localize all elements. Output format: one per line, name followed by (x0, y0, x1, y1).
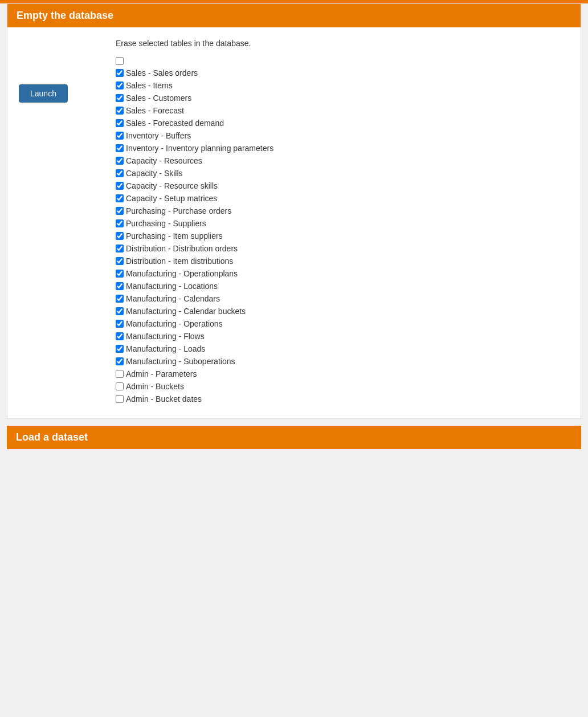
checkbox-item: Inventory - Inventory planning parameter… (116, 144, 569, 153)
checkbox-label-cb_purchasing_suppliers[interactable]: Purchasing - Suppliers (126, 219, 206, 228)
checkbox-cb_sales_forecast[interactable] (116, 107, 124, 115)
checkbox-cb_inventory_buffers[interactable] (116, 132, 124, 140)
checkbox-item: Manufacturing - Flows (116, 332, 569, 341)
checkbox-cb_capacity_resource_skills[interactable] (116, 182, 124, 190)
checkbox-label-cb_manufacturing_operations[interactable]: Manufacturing - Operations (126, 319, 223, 328)
empty-database-header: Empty the database (7, 4, 581, 27)
checkbox-label-cb_capacity_resource_skills[interactable]: Capacity - Resource skills (126, 181, 218, 190)
checkbox-item: Admin - Parameters (116, 369, 569, 378)
checkbox-item: Distribution - Item distributions (116, 256, 569, 266)
empty-database-section: Empty the database Launch Erase selected… (7, 3, 581, 419)
checkbox-label-cb_manufacturing_loads[interactable]: Manufacturing - Loads (126, 344, 205, 353)
checkbox-label-cb_distribution_item_distributions[interactable]: Distribution - Item distributions (126, 256, 233, 266)
checkbox-label-cb_inventory_buffers[interactable]: Inventory - Buffers (126, 131, 191, 140)
checkbox-label-cb_sales_items[interactable]: Sales - Items (126, 81, 173, 90)
checkbox-item: Capacity - Skills (116, 169, 569, 178)
checkbox-item: Distribution - Distribution orders (116, 244, 569, 253)
checkbox-item: Manufacturing - Loads (116, 344, 569, 353)
checkbox-item: Manufacturing - Operationplans (116, 269, 569, 278)
checkbox-cb_sales_items[interactable] (116, 82, 124, 89)
checkbox-cb_manufacturing_suboperations[interactable] (116, 357, 124, 365)
checkbox-cb_admin_parameters[interactable] (116, 370, 124, 378)
checkbox-item: Sales - Items (116, 81, 569, 90)
checkbox-cb_manufacturing_operations[interactable] (116, 320, 124, 328)
checkbox-cb_select_all[interactable] (116, 57, 124, 65)
checkbox-item: Manufacturing - Operations (116, 319, 569, 328)
checkbox-item: Manufacturing - Calendar buckets (116, 307, 569, 316)
checkbox-label-cb_manufacturing_operationplans[interactable]: Manufacturing - Operationplans (126, 269, 238, 278)
checkbox-label-cb_manufacturing_suboperations[interactable]: Manufacturing - Suboperations (126, 357, 235, 366)
checkbox-cb_capacity_skills[interactable] (116, 169, 124, 177)
checkbox-label-cb_admin_parameters[interactable]: Admin - Parameters (126, 369, 197, 378)
checkbox-cb_inventory_planning[interactable] (116, 144, 124, 152)
checkbox-cb_admin_buckets[interactable] (116, 382, 124, 390)
checkbox-label-cb_distribution_orders[interactable]: Distribution - Distribution orders (126, 244, 238, 253)
checkbox-cb_purchasing_suppliers[interactable] (116, 219, 124, 227)
checkbox-cb_distribution_orders[interactable] (116, 245, 124, 252)
checkbox-label-cb_purchasing_item_suppliers[interactable]: Purchasing - Item suppliers (126, 231, 223, 241)
checkbox-label-cb_sales_forecast[interactable]: Sales - Forecast (126, 106, 184, 115)
description-text: Erase selected tables in the database. (116, 39, 569, 48)
checkbox-item: Manufacturing - Suboperations (116, 357, 569, 366)
checkbox-cb_capacity_setup_matrices[interactable] (116, 194, 124, 202)
checkbox-label-cb_admin_bucket_dates[interactable]: Admin - Bucket dates (126, 394, 202, 404)
launch-button[interactable]: Launch (19, 84, 68, 103)
section-body: Launch Erase selected tables in the data… (7, 27, 581, 418)
checkbox-label-cb_inventory_planning[interactable]: Inventory - Inventory planning parameter… (126, 144, 273, 153)
checkbox-item: Capacity - Setup matrices (116, 194, 569, 203)
checkbox-item: Sales - Sales orders (116, 68, 569, 78)
page-container: Empty the database Launch Erase selected… (0, 0, 588, 449)
checkbox-cb_manufacturing_operationplans[interactable] (116, 270, 124, 278)
checkbox-list: Sales - Sales ordersSales - ItemsSales -… (116, 57, 569, 404)
checkbox-cb_sales_orders[interactable] (116, 69, 124, 77)
checkbox-item: Sales - Customers (116, 93, 569, 103)
checkbox-item: Capacity - Resource skills (116, 181, 569, 190)
checkbox-cb_sales_customers[interactable] (116, 94, 124, 102)
checkbox-label-cb_capacity_resources[interactable]: Capacity - Resources (126, 156, 202, 165)
checkbox-cb_manufacturing_calendars[interactable] (116, 295, 124, 303)
checkbox-cb_manufacturing_calendar_buckets[interactable] (116, 307, 124, 315)
checkbox-item: Purchasing - Suppliers (116, 219, 569, 228)
checkbox-item: Manufacturing - Locations (116, 282, 569, 291)
checkbox-cb_manufacturing_loads[interactable] (116, 345, 124, 353)
checkbox-label-cb_sales_forecasted_demand[interactable]: Sales - Forecasted demand (126, 119, 224, 128)
checkbox-cb_distribution_item_distributions[interactable] (116, 257, 124, 265)
load-dataset-title: Load a dataset (16, 431, 88, 443)
empty-database-title: Empty the database (17, 10, 113, 21)
checkbox-item: Manufacturing - Calendars (116, 294, 569, 303)
checkbox-cb_purchasing_item_suppliers[interactable] (116, 232, 124, 240)
checkbox-item: Purchasing - Item suppliers (116, 231, 569, 241)
checkbox-cb_admin_bucket_dates[interactable] (116, 395, 124, 403)
checkbox-label-cb_sales_orders[interactable]: Sales - Sales orders (126, 68, 198, 78)
checkbox-item: Admin - Bucket dates (116, 394, 569, 404)
checkbox-label-cb_manufacturing_locations[interactable]: Manufacturing - Locations (126, 282, 218, 291)
checkbox-label-cb_admin_buckets[interactable]: Admin - Buckets (126, 382, 184, 391)
checkbox-label-cb_capacity_skills[interactable]: Capacity - Skills (126, 169, 183, 178)
checkbox-label-cb_manufacturing_calendar_buckets[interactable]: Manufacturing - Calendar buckets (126, 307, 246, 316)
checkbox-cb_manufacturing_flows[interactable] (116, 332, 124, 340)
checkbox-item: Admin - Buckets (116, 382, 569, 391)
checkbox-label-cb_purchasing_purchase_orders[interactable]: Purchasing - Purchase orders (126, 206, 231, 215)
checkbox-label-cb_capacity_setup_matrices[interactable]: Capacity - Setup matrices (126, 194, 217, 203)
checkbox-cb_purchasing_purchase_orders[interactable] (116, 207, 124, 215)
checkbox-item: Sales - Forecast (116, 106, 569, 115)
checkbox-label-cb_manufacturing_flows[interactable]: Manufacturing - Flows (126, 332, 205, 341)
checkbox-item (116, 57, 569, 65)
checkbox-cb_capacity_resources[interactable] (116, 157, 124, 165)
launch-column: Launch (19, 39, 116, 103)
checkbox-item: Purchasing - Purchase orders (116, 206, 569, 215)
checkbox-item: Sales - Forecasted demand (116, 119, 569, 128)
checkbox-cb_manufacturing_locations[interactable] (116, 282, 124, 290)
checkbox-item: Inventory - Buffers (116, 131, 569, 140)
checkbox-label-cb_sales_customers[interactable]: Sales - Customers (126, 93, 191, 103)
checkbox-item: Capacity - Resources (116, 156, 569, 165)
checkbox-cb_sales_forecasted_demand[interactable] (116, 119, 124, 127)
checkbox-label-cb_manufacturing_calendars[interactable]: Manufacturing - Calendars (126, 294, 220, 303)
checkboxes-column: Erase selected tables in the database. S… (116, 39, 569, 407)
load-dataset-header: Load a dataset (7, 426, 581, 449)
